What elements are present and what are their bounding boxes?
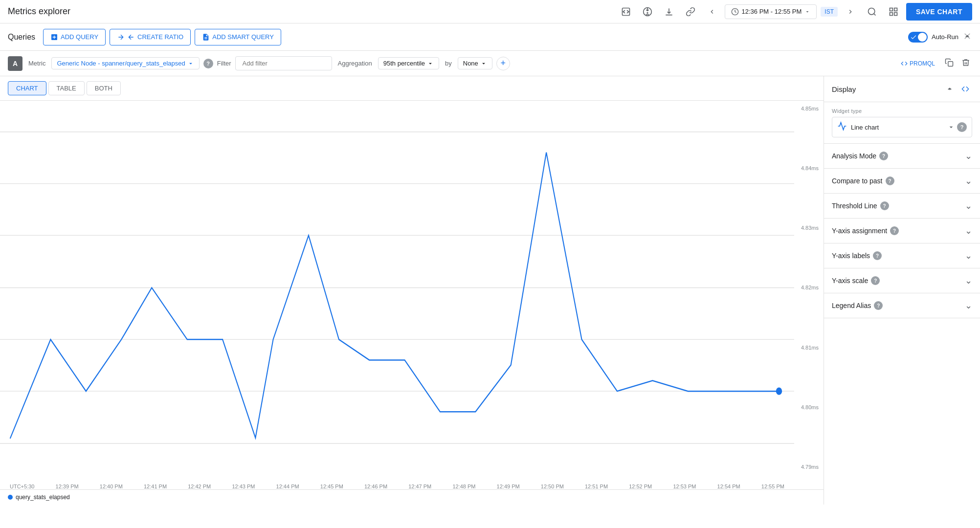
x-label-3: 12:41 PM: [144, 484, 167, 489]
x-label-11: 12:49 PM: [497, 484, 520, 489]
x-label-0: UTC+5:30: [10, 484, 34, 489]
chevron-down-3: ⌄: [965, 225, 972, 236]
widget-type-label: Widget type: [832, 108, 972, 114]
promql-label: PROMQL: [910, 60, 935, 67]
accordion-help-6[interactable]: ?: [874, 301, 883, 310]
widget-type-section: Widget type Line chart ?: [824, 102, 980, 144]
copy-query-button[interactable]: [943, 56, 956, 71]
accordion-threshold-line[interactable]: Threshold Line ? ⌄: [824, 194, 980, 219]
chart-area: 4.85ms 4.84ms 4.83ms 4.82ms 4.81ms 4.80m…: [0, 101, 824, 489]
accordion-list: Analysis Mode ? ⌄ Compare to past ? ⌄ Th…: [824, 144, 980, 318]
accordion-help-4[interactable]: ?: [873, 251, 882, 260]
link-icon-button[interactable]: [682, 3, 699, 21]
layout-icon-button[interactable]: [885, 3, 902, 21]
header-right: 12:36 PM - 12:55 PM IST SAVE CHART: [617, 3, 972, 21]
x-label-2: 12:40 PM: [100, 484, 123, 489]
app-header: Metrics explorer 12:36 PM - 12:55 PM IST: [0, 0, 980, 23]
x-label-5: 12:43 PM: [232, 484, 255, 489]
query-row-right: PROMQL: [878, 56, 972, 71]
metric-help-button[interactable]: ?: [203, 59, 213, 68]
svg-point-1: [647, 12, 648, 13]
save-chart-button[interactable]: SAVE CHART: [906, 3, 972, 21]
create-ratio-button[interactable]: CREATE RATIO: [110, 29, 191, 45]
queries-right: Auto-Run: [908, 31, 972, 43]
create-ratio-label: CREATE RATIO: [137, 33, 183, 41]
metric-dropdown[interactable]: Generic Node - spanner/query_stats_elaps…: [51, 57, 199, 69]
accordion-yaxis-scale[interactable]: Y-axis scale ? ⌄: [824, 268, 980, 293]
search-icon-button[interactable]: [863, 3, 881, 21]
add-query-button[interactable]: ADD QUERY: [43, 29, 106, 45]
accordion-help-0[interactable]: ?: [879, 152, 888, 160]
filter-container[interactable]: [235, 56, 332, 70]
accordion-title-2: Threshold Line: [832, 202, 877, 210]
chevron-down-6: ⌄: [965, 300, 972, 311]
filter-prefix-label: Filter: [217, 60, 231, 67]
accordion-legend-alias[interactable]: Legend Alias ? ⌄: [824, 293, 980, 318]
widget-type-help[interactable]: ?: [957, 122, 967, 132]
display-sort-up-button[interactable]: [943, 82, 957, 96]
y-axis-labels: 4.85ms 4.84ms 4.83ms 4.82ms 4.81ms 4.80m…: [801, 101, 819, 475]
accordion-help-5[interactable]: ?: [871, 276, 880, 285]
app-title: Metrics explorer: [8, 6, 70, 17]
accordion-yaxis-assignment[interactable]: Y-axis assignment ? ⌄: [824, 219, 980, 243]
accordion-analysis-mode[interactable]: Analysis Mode ? ⌄: [824, 144, 980, 169]
accordion-yaxis-labels[interactable]: Y-axis labels ? ⌄: [824, 243, 980, 268]
y-label-0: 4.85ms: [801, 106, 819, 111]
display-panel: Display Widget type Line chart: [824, 76, 980, 505]
none-dropdown[interactable]: None: [458, 57, 492, 69]
delete-query-button[interactable]: [959, 56, 972, 71]
svg-rect-7: [894, 12, 897, 15]
line-chart-icon: [837, 121, 847, 133]
promql-button[interactable]: PROMQL: [897, 58, 939, 69]
time-range-button[interactable]: 12:36 PM - 12:55 PM: [725, 4, 817, 19]
accordion-help-2[interactable]: ?: [880, 201, 889, 210]
add-smart-query-button[interactable]: ADD SMART QUERY: [195, 29, 281, 45]
tab-chart[interactable]: CHART: [8, 81, 46, 95]
display-header: Display: [824, 76, 980, 102]
aggregation-prefix-label: Aggregation: [338, 60, 372, 67]
chart-svg: [0, 101, 794, 475]
display-header-icons: [943, 82, 972, 96]
legend-dot: [8, 495, 13, 500]
accordion-title-0: Analysis Mode: [832, 152, 876, 160]
collapse-queries-button[interactable]: [962, 31, 972, 43]
svg-rect-4: [890, 8, 893, 11]
chevron-down-5: ⌄: [965, 275, 972, 286]
query-row-a: A Metric Generic Node - spanner/query_st…: [0, 51, 980, 76]
x-label-14: 12:52 PM: [629, 484, 652, 489]
display-collapse-button[interactable]: [958, 82, 972, 96]
add-query-label: ADD QUERY: [61, 33, 98, 41]
prev-time-button[interactable]: [703, 3, 721, 21]
accordion-title-6: Legend Alias: [832, 302, 871, 309]
chevron-down-0: ⌄: [965, 151, 972, 161]
tab-table[interactable]: TABLE: [48, 81, 85, 95]
x-label-10: 12:48 PM: [452, 484, 475, 489]
aggregation-dropdown[interactable]: 95th percentile: [378, 57, 439, 69]
queries-title: Queries: [8, 33, 35, 42]
svg-point-3: [869, 8, 875, 14]
accordion-compare-to-past[interactable]: Compare to past ? ⌄: [824, 169, 980, 194]
main-area: CHART TABLE BOTH 4.85ms 4.84ms 4.83ms 4.…: [0, 76, 980, 505]
widget-type-select[interactable]: Line chart ?: [832, 117, 972, 137]
y-label-6: 4.79ms: [801, 464, 819, 470]
chart-section: CHART TABLE BOTH 4.85ms 4.84ms 4.83ms 4.…: [0, 76, 824, 505]
accordion-title-5: Y-axis scale: [832, 277, 868, 285]
auto-run-label: Auto-Run: [932, 33, 958, 41]
accordion-title-1: Compare to past: [832, 177, 883, 185]
add-filter-button[interactable]: +: [496, 57, 510, 70]
queries-bar: Queries ADD QUERY CREATE RATIO ADD SMART…: [0, 23, 980, 51]
query-label-a: A: [8, 56, 22, 71]
save-icon-button[interactable]: [639, 3, 656, 21]
download-icon-button[interactable]: [660, 3, 678, 21]
embed-icon-button[interactable]: [617, 3, 635, 21]
x-label-17: 12:55 PM: [761, 484, 784, 489]
tab-both[interactable]: BOTH: [87, 81, 121, 95]
accordion-help-3[interactable]: ?: [890, 226, 899, 235]
auto-run-toggle[interactable]: [908, 32, 928, 43]
filter-input[interactable]: [239, 58, 329, 69]
accordion-help-1[interactable]: ?: [886, 176, 894, 185]
time-range-label: 12:36 PM - 12:55 PM: [742, 8, 802, 15]
x-label-16: 12:54 PM: [717, 484, 740, 489]
next-time-button[interactable]: [842, 3, 859, 21]
widget-type-actions: ?: [947, 122, 967, 132]
